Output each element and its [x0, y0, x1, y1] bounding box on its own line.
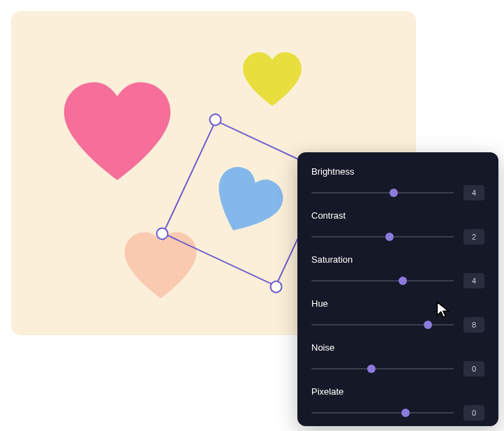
slider-thumb[interactable]: [367, 365, 376, 373]
slider-track[interactable]: [311, 412, 454, 414]
slider-value[interactable]: 4: [464, 273, 484, 288]
slider-pixelate: Pixelate 0: [311, 386, 484, 421]
slider-label: Pixelate: [311, 386, 484, 397]
slider-label: Hue: [311, 298, 484, 309]
slider-label: Brightness: [311, 166, 484, 177]
slider-label: Contrast: [311, 210, 484, 221]
slider-track[interactable]: [311, 280, 454, 282]
slider-noise: Noise 0: [311, 342, 484, 377]
slider-thumb[interactable]: [401, 409, 410, 417]
slider-hue: Hue 8: [311, 298, 484, 333]
slider-value[interactable]: 0: [464, 361, 484, 377]
slider-saturation: Saturation 4: [311, 254, 484, 288]
slider-value[interactable]: 4: [464, 185, 484, 200]
slider-label: Saturation: [311, 254, 484, 265]
slider-thumb[interactable]: [424, 321, 432, 329]
slider-contrast: Contrast 2: [311, 210, 484, 244]
slider-value[interactable]: 8: [464, 317, 484, 333]
slider-track[interactable]: [311, 236, 454, 238]
slider-track[interactable]: [311, 368, 454, 370]
slider-thumb[interactable]: [385, 233, 394, 241]
adjustments-panel: Brightness 4 Contrast 2 Saturation 4 Hue: [297, 152, 498, 426]
slider-thumb[interactable]: [399, 277, 407, 285]
slider-value[interactable]: 0: [464, 405, 484, 421]
slider-brightness: Brightness 4: [311, 166, 484, 200]
slider-label: Noise: [311, 342, 484, 353]
slider-value[interactable]: 2: [464, 229, 484, 244]
shape-heart-pink[interactable]: [61, 81, 173, 186]
slider-track[interactable]: [311, 192, 454, 193]
shape-heart-yellow[interactable]: [242, 52, 303, 109]
slider-track[interactable]: [311, 324, 454, 326]
slider-thumb[interactable]: [390, 189, 398, 197]
